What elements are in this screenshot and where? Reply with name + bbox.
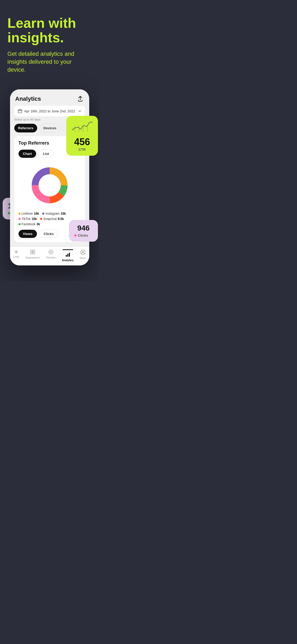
nav-analytics[interactable]: Analytics	[62, 249, 73, 262]
legend-value-tiktok: 16k	[32, 217, 37, 221]
svg-rect-13	[66, 255, 67, 257]
hero-title: Learn with insights.	[7, 16, 92, 45]
appearance-icon	[30, 249, 35, 255]
nav-more[interactable]: More	[80, 249, 86, 262]
nav-preview-label: Preview	[46, 256, 56, 259]
legend-value-facebook: 3k	[36, 222, 40, 226]
views-btn[interactable]: Views	[18, 230, 37, 238]
float-card-ctr: 456 CTR	[66, 116, 98, 156]
legend-label-facebook: Facebook	[22, 222, 36, 226]
svg-point-17	[82, 251, 84, 252]
nav-appearance[interactable]: Appearance	[26, 249, 40, 262]
legend-label-instagram: Instagram	[45, 212, 59, 215]
clicks-number: 946	[74, 224, 93, 232]
ctr-number: 456	[72, 136, 93, 148]
legend-value-linktree: 16k	[34, 212, 39, 215]
app-header: Analytics	[10, 89, 89, 106]
legend-snapchat: Snapchat 9.5k	[40, 217, 64, 221]
svg-point-6	[40, 175, 60, 195]
svg-rect-9	[31, 252, 32, 254]
legend-value-instagram: 16k	[61, 212, 66, 215]
nav-links-label: Links	[13, 255, 19, 258]
clicks-label: Clicks	[78, 233, 88, 237]
hero-section: Learn with insights. Get detailed analyt…	[0, 0, 99, 84]
nav-appearance-label: Appearance	[26, 256, 40, 259]
hero-subtitle: Get detailed analytics and insights deli…	[7, 50, 92, 73]
nav-more-label: More	[80, 257, 86, 260]
legend-facebook: Facebook 3k	[18, 222, 40, 226]
clicks-dot	[74, 234, 77, 237]
date-range-text: Apr 16th, 2022 to June 2nd, 2022	[24, 109, 76, 113]
more-icon	[80, 249, 86, 256]
svg-rect-15	[69, 253, 70, 257]
svg-rect-8	[33, 250, 35, 252]
clicks-btn[interactable]: Clicks	[39, 230, 58, 238]
filter-tab-referrers[interactable]: Referrers	[14, 124, 37, 132]
nav-analytics-label: Analytics	[62, 259, 73, 262]
donut-chart	[29, 164, 71, 206]
svg-point-12	[50, 251, 52, 253]
svg-rect-14	[67, 254, 68, 257]
legend-label-linktree: Linktree	[22, 212, 33, 215]
legend-dot-facebook	[18, 223, 21, 225]
svg-rect-10	[33, 252, 35, 254]
nav-active-bar	[63, 249, 73, 250]
preview-icon	[48, 249, 54, 255]
legend-dot-snapchat	[40, 218, 42, 220]
phone-container: 1,374 Views Analytics	[0, 84, 99, 281]
ctr-label: CTR	[72, 148, 93, 151]
chevron-down-icon	[78, 109, 81, 113]
float-card-clicks: 946 Clicks	[69, 220, 98, 242]
legend-dot-tiktok	[18, 218, 21, 220]
analytics-icon	[65, 252, 70, 258]
svg-point-11	[49, 250, 53, 254]
filter-tab-devices[interactable]: Devices	[39, 124, 60, 132]
list-toggle-btn[interactable]: List	[38, 150, 53, 158]
app-title: Analytics	[15, 95, 41, 102]
svg-rect-7	[31, 250, 32, 252]
share-icon[interactable]	[77, 95, 84, 103]
ctr-mini-chart	[72, 120, 93, 133]
legend-tiktok: TikTok 16k	[18, 217, 37, 221]
date-picker[interactable]: Apr 16th, 2022 to June 2nd, 2022	[14, 106, 85, 116]
legend-label-tiktok: TikTok	[22, 217, 31, 221]
clicks-label-row: Clicks	[74, 233, 93, 237]
nav-links[interactable]: ✳ Links	[13, 249, 19, 262]
legend-dot-instagram	[42, 213, 44, 215]
chart-toggle-btn[interactable]: Chart	[18, 150, 36, 158]
legend-instagram: Instagram 16k	[42, 212, 66, 215]
links-icon: ✳	[14, 249, 18, 255]
calendar-icon	[18, 109, 22, 113]
legend-linktree: Linktree 16k	[18, 212, 39, 215]
legend-label-snapchat: Snapchat	[43, 217, 57, 221]
nav-preview[interactable]: Preview	[46, 249, 56, 262]
svg-rect-0	[18, 110, 22, 113]
bottom-nav: ✳ Links Appearance	[10, 246, 89, 265]
legend-value-snapchat: 9.5k	[58, 217, 64, 221]
legend-dot-linktree	[18, 213, 21, 215]
donut-chart-container	[18, 162, 81, 212]
